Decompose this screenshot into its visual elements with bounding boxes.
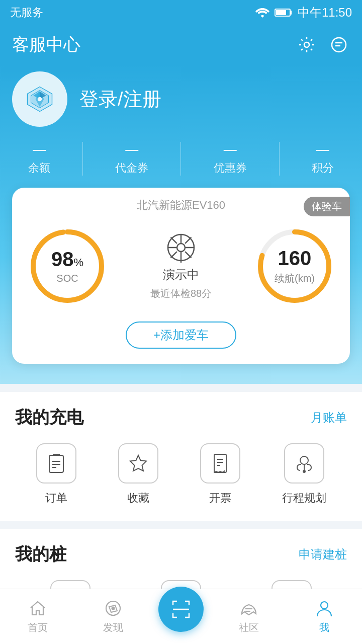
nav-profile[interactable]: 我 bbox=[294, 599, 354, 634]
community-icon bbox=[239, 599, 258, 618]
invoice-label: 开票 bbox=[209, 491, 231, 506]
charging-title: 我的充电 bbox=[15, 406, 83, 429]
nav-community-label: 社区 bbox=[239, 621, 259, 634]
svg-point-10 bbox=[177, 244, 185, 252]
header-title: 客服中心 bbox=[12, 33, 80, 56]
favorites-label: 收藏 bbox=[127, 491, 149, 506]
add-car-button[interactable]: +添加爱车 bbox=[126, 321, 236, 349]
stat-coupon[interactable]: — 优惠券 bbox=[214, 142, 247, 176]
hero-section: 登录/注册 — 余额 — 代金券 — 优惠券 — 积分 体验车 北汽新能源EV1… bbox=[0, 66, 362, 384]
svg-point-2 bbox=[304, 42, 309, 47]
route-item[interactable]: 行程规划 bbox=[282, 443, 326, 506]
stats-row: — 余额 — 代金券 — 优惠券 — 积分 bbox=[12, 142, 350, 188]
favorites-icon-box bbox=[118, 443, 158, 484]
range-inner: 160 续航(km) bbox=[275, 247, 315, 285]
scan-icon bbox=[170, 598, 192, 620]
order-icon-box bbox=[36, 443, 76, 484]
battery-icon bbox=[275, 8, 293, 18]
car-stats-row: 98% SOC bbox=[27, 221, 335, 311]
invoice-item[interactable]: 开票 bbox=[200, 443, 240, 506]
range-circle: 160 续航(km) bbox=[254, 226, 335, 306]
status-bar: 无服务 中午11:50 bbox=[0, 0, 362, 25]
pile-title: 我的桩 bbox=[15, 543, 66, 566]
stat-label-coupon: 优惠券 bbox=[214, 160, 247, 176]
svg-line-17 bbox=[185, 237, 191, 243]
nav-community[interactable]: 社区 bbox=[219, 599, 279, 634]
stat-value-voucher: — bbox=[125, 142, 138, 157]
avatar[interactable] bbox=[12, 71, 67, 127]
soc-label: SOC bbox=[51, 273, 83, 284]
svg-rect-1 bbox=[276, 10, 286, 15]
stat-label-voucher: 代金券 bbox=[115, 160, 148, 176]
stat-value-coupon: — bbox=[224, 142, 237, 157]
route-icon-box bbox=[284, 443, 324, 484]
profile-icon bbox=[315, 599, 334, 618]
discover-icon bbox=[104, 599, 123, 618]
app-header: 客服中心 bbox=[0, 25, 362, 66]
svg-point-3 bbox=[332, 38, 346, 52]
nav-home-label: 首页 bbox=[28, 621, 48, 634]
wheel-icon bbox=[166, 232, 196, 263]
header-actions bbox=[296, 34, 350, 56]
order-item[interactable]: 订单 bbox=[36, 443, 76, 506]
svg-point-33 bbox=[303, 470, 305, 472]
order-label: 订单 bbox=[45, 491, 67, 506]
divider-3 bbox=[279, 142, 280, 176]
gear-icon bbox=[298, 36, 316, 54]
settings-button[interactable] bbox=[296, 34, 318, 56]
car-center-info: 演示中 最近体检88分 bbox=[108, 232, 254, 300]
message-icon bbox=[330, 36, 348, 54]
svg-point-55 bbox=[321, 602, 328, 609]
stat-value-balance: — bbox=[33, 142, 46, 157]
clipboard-icon bbox=[45, 452, 67, 474]
route-icon bbox=[293, 452, 315, 474]
invoice-icon bbox=[209, 452, 231, 474]
nav-scan-button[interactable] bbox=[158, 587, 204, 632]
pile-header: 我的桩 申请建桩 bbox=[15, 543, 347, 566]
svg-rect-28 bbox=[214, 454, 226, 472]
stat-label-points: 积分 bbox=[312, 160, 334, 176]
svg-point-6 bbox=[38, 97, 42, 101]
svg-line-18 bbox=[171, 252, 177, 258]
divider-2 bbox=[180, 142, 181, 176]
nav-profile-label: 我 bbox=[319, 621, 329, 634]
nav-discover-label: 发现 bbox=[103, 621, 123, 634]
route-label: 行程规划 bbox=[282, 491, 326, 506]
car-model-title: 北汽新能源EV160 bbox=[27, 198, 335, 213]
favorites-item[interactable]: 收藏 bbox=[118, 443, 158, 506]
brand-logo bbox=[22, 82, 57, 117]
monthly-bill-link[interactable]: 月账单 bbox=[311, 410, 347, 426]
status-icons: 中午11:50 bbox=[255, 5, 352, 21]
status-time: 中午11:50 bbox=[298, 5, 352, 21]
soc-inner: 98% SOC bbox=[51, 248, 83, 284]
nav-discover[interactable]: 发现 bbox=[83, 599, 143, 634]
charging-section: 我的充电 月账单 订单 收藏 bbox=[0, 392, 362, 521]
wifi-icon bbox=[255, 7, 269, 18]
range-value: 160 bbox=[275, 247, 315, 270]
apply-pile-link[interactable]: 申请建桩 bbox=[299, 546, 347, 562]
charging-icon-grid: 订单 收藏 开票 bbox=[15, 443, 347, 511]
experience-badge: 体验车 bbox=[304, 197, 350, 216]
login-text[interactable]: 登录/注册 bbox=[79, 87, 161, 112]
bottom-navigation: 首页 发现 社区 我 bbox=[0, 589, 362, 644]
charging-header: 我的充电 月账单 bbox=[15, 406, 347, 429]
nav-home[interactable]: 首页 bbox=[8, 599, 68, 634]
stat-voucher[interactable]: — 代金券 bbox=[115, 142, 148, 176]
svg-line-15 bbox=[171, 237, 177, 243]
invoice-icon-box bbox=[200, 443, 240, 484]
message-button[interactable] bbox=[328, 34, 350, 56]
car-status: 演示中 bbox=[163, 267, 199, 283]
signal-text: 无服务 bbox=[10, 5, 43, 20]
range-label: 续航(km) bbox=[275, 272, 315, 285]
home-icon bbox=[28, 599, 47, 618]
soc-circle: 98% SOC bbox=[27, 226, 108, 306]
soc-value: 98% bbox=[51, 248, 83, 271]
star-icon bbox=[127, 452, 149, 474]
stat-value-points: — bbox=[316, 142, 329, 157]
stat-points[interactable]: — 积分 bbox=[312, 142, 334, 176]
svg-marker-27 bbox=[130, 455, 146, 471]
svg-point-51 bbox=[112, 607, 115, 610]
svg-line-16 bbox=[185, 252, 191, 258]
profile-row: 登录/注册 bbox=[12, 66, 350, 142]
stat-balance[interactable]: — 余额 bbox=[28, 142, 50, 176]
